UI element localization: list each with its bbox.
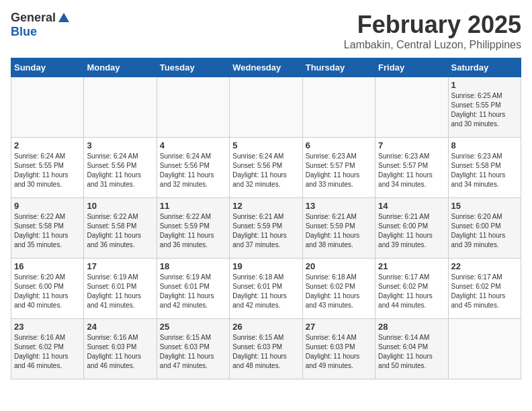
calendar-day-cell: 4 Sunrise: 6:24 AM Sunset: 5:56 PM Dayli… (157, 138, 229, 198)
month-title: February 2025 (344, 11, 521, 39)
day-info: Sunrise: 6:14 AM Sunset: 6:04 PM Dayligh… (378, 333, 445, 371)
day-number: 8 (451, 140, 518, 150)
calendar-week-row: 2 Sunrise: 6:24 AM Sunset: 5:55 PM Dayli… (11, 138, 521, 198)
calendar-week-row: 16 Sunrise: 6:20 AM Sunset: 6:00 PM Dayl… (11, 259, 521, 319)
title-section: February 2025 Lambakin, Central Luzon, P… (344, 11, 521, 51)
calendar-day-cell: 25 Sunrise: 6:15 AM Sunset: 6:03 PM Dayl… (157, 319, 229, 379)
calendar-day-cell: 6 Sunrise: 6:23 AM Sunset: 5:57 PM Dayli… (302, 138, 375, 198)
calendar-day-cell: 26 Sunrise: 6:15 AM Sunset: 6:03 PM Dayl… (230, 319, 302, 379)
calendar-day-cell: 18 Sunrise: 6:19 AM Sunset: 6:01 PM Dayl… (157, 259, 229, 319)
logo-general-text: General (11, 11, 56, 25)
calendar-day-cell: 7 Sunrise: 6:23 AM Sunset: 5:57 PM Dayli… (375, 138, 448, 198)
calendar-header-wednesday: Wednesday (230, 58, 302, 77)
calendar-header-row: SundayMondayTuesdayWednesdayThursdayFrid… (11, 58, 521, 77)
day-number: 11 (160, 201, 226, 211)
calendar-header-monday: Monday (84, 58, 157, 77)
day-number: 18 (160, 261, 226, 271)
calendar-day-cell: 23 Sunrise: 6:16 AM Sunset: 6:02 PM Dayl… (11, 319, 84, 379)
calendar-day-cell: 14 Sunrise: 6:21 AM Sunset: 6:00 PM Dayl… (375, 198, 448, 259)
day-info: Sunrise: 6:21 AM Sunset: 5:59 PM Dayligh… (306, 212, 372, 250)
day-info: Sunrise: 6:24 AM Sunset: 5:55 PM Dayligh… (14, 152, 81, 189)
calendar-header-saturday: Saturday (448, 58, 521, 77)
day-info: Sunrise: 6:24 AM Sunset: 5:56 PM Dayligh… (87, 152, 153, 189)
day-number: 14 (378, 201, 445, 211)
day-info: Sunrise: 6:20 AM Sunset: 6:00 PM Dayligh… (14, 273, 81, 310)
day-number: 23 (14, 322, 81, 332)
day-number: 12 (232, 201, 299, 211)
day-number: 26 (232, 322, 299, 332)
day-info: Sunrise: 6:21 AM Sunset: 5:59 PM Dayligh… (232, 212, 299, 250)
calendar-day-cell: 28 Sunrise: 6:14 AM Sunset: 6:04 PM Dayl… (375, 319, 448, 379)
day-number: 6 (306, 140, 372, 150)
day-number: 4 (160, 140, 226, 150)
logo-blue-text: Blue (11, 25, 37, 39)
calendar-day-cell: 15 Sunrise: 6:20 AM Sunset: 6:00 PM Dayl… (448, 198, 521, 259)
day-number: 27 (306, 322, 372, 332)
calendar-day-cell: 24 Sunrise: 6:16 AM Sunset: 6:03 PM Dayl… (84, 319, 157, 379)
day-info: Sunrise: 6:15 AM Sunset: 6:03 PM Dayligh… (232, 333, 299, 371)
day-info: Sunrise: 6:19 AM Sunset: 6:01 PM Dayligh… (87, 273, 153, 310)
day-number: 24 (87, 322, 153, 332)
day-info: Sunrise: 6:18 AM Sunset: 6:02 PM Dayligh… (306, 273, 372, 310)
day-number: 13 (306, 201, 372, 211)
calendar-table: SundayMondayTuesdayWednesdayThursdayFrid… (11, 58, 521, 379)
day-info: Sunrise: 6:23 AM Sunset: 5:57 PM Dayligh… (378, 152, 445, 189)
day-number: 21 (378, 261, 445, 271)
location-title: Lambakin, Central Luzon, Philippines (344, 39, 521, 51)
day-info: Sunrise: 6:24 AM Sunset: 5:56 PM Dayligh… (232, 152, 299, 189)
calendar-day-cell (84, 77, 157, 138)
day-info: Sunrise: 6:23 AM Sunset: 5:57 PM Dayligh… (306, 152, 372, 189)
calendar-day-cell: 5 Sunrise: 6:24 AM Sunset: 5:56 PM Dayli… (230, 138, 302, 198)
calendar-day-cell (448, 319, 521, 379)
day-info: Sunrise: 6:17 AM Sunset: 6:02 PM Dayligh… (378, 273, 445, 310)
day-info: Sunrise: 6:23 AM Sunset: 5:58 PM Dayligh… (451, 152, 518, 189)
calendar-day-cell: 27 Sunrise: 6:14 AM Sunset: 6:03 PM Dayl… (302, 319, 375, 379)
calendar-header-friday: Friday (375, 58, 448, 77)
day-info: Sunrise: 6:16 AM Sunset: 6:02 PM Dayligh… (14, 333, 81, 371)
day-number: 10 (87, 201, 153, 211)
day-number: 3 (87, 140, 153, 150)
calendar-day-cell: 16 Sunrise: 6:20 AM Sunset: 6:00 PM Dayl… (11, 259, 84, 319)
calendar-week-row: 23 Sunrise: 6:16 AM Sunset: 6:02 PM Dayl… (11, 319, 521, 379)
day-number: 19 (232, 261, 299, 271)
calendar-day-cell: 20 Sunrise: 6:18 AM Sunset: 6:02 PM Dayl… (302, 259, 375, 319)
calendar-day-cell: 21 Sunrise: 6:17 AM Sunset: 6:02 PM Dayl… (375, 259, 448, 319)
day-number: 9 (14, 201, 81, 211)
day-number: 22 (451, 261, 518, 271)
calendar-day-cell (157, 77, 229, 138)
day-number: 15 (451, 201, 518, 211)
calendar-day-cell: 2 Sunrise: 6:24 AM Sunset: 5:55 PM Dayli… (11, 138, 84, 198)
calendar-day-cell: 9 Sunrise: 6:22 AM Sunset: 5:58 PM Dayli… (11, 198, 84, 259)
day-number: 20 (306, 261, 372, 271)
calendar-day-cell: 8 Sunrise: 6:23 AM Sunset: 5:58 PM Dayli… (448, 138, 521, 198)
day-info: Sunrise: 6:25 AM Sunset: 5:55 PM Dayligh… (451, 91, 518, 129)
logo-triangle-icon (58, 13, 69, 22)
day-info: Sunrise: 6:22 AM Sunset: 5:58 PM Dayligh… (87, 212, 153, 250)
day-number: 1 (451, 80, 518, 90)
day-info: Sunrise: 6:16 AM Sunset: 6:03 PM Dayligh… (87, 333, 153, 371)
calendar-week-row: 9 Sunrise: 6:22 AM Sunset: 5:58 PM Dayli… (11, 198, 521, 259)
calendar-day-cell: 13 Sunrise: 6:21 AM Sunset: 5:59 PM Dayl… (302, 198, 375, 259)
day-number: 2 (14, 140, 81, 150)
calendar-header-sunday: Sunday (11, 58, 84, 77)
calendar-day-cell: 12 Sunrise: 6:21 AM Sunset: 5:59 PM Dayl… (230, 198, 302, 259)
day-info: Sunrise: 6:22 AM Sunset: 5:59 PM Dayligh… (160, 212, 226, 250)
calendar-header-thursday: Thursday (302, 58, 375, 77)
calendar-week-row: 1 Sunrise: 6:25 AM Sunset: 5:55 PM Dayli… (11, 77, 521, 138)
day-info: Sunrise: 6:20 AM Sunset: 6:00 PM Dayligh… (451, 212, 518, 250)
day-number: 5 (232, 140, 299, 150)
day-number: 16 (14, 261, 81, 271)
day-number: 28 (378, 322, 445, 332)
day-info: Sunrise: 6:17 AM Sunset: 6:02 PM Dayligh… (451, 273, 518, 310)
day-number: 17 (87, 261, 153, 271)
day-info: Sunrise: 6:14 AM Sunset: 6:03 PM Dayligh… (306, 333, 372, 371)
calendar-day-cell: 17 Sunrise: 6:19 AM Sunset: 6:01 PM Dayl… (84, 259, 157, 319)
day-info: Sunrise: 6:19 AM Sunset: 6:01 PM Dayligh… (160, 273, 226, 310)
calendar-day-cell (375, 77, 448, 138)
day-info: Sunrise: 6:22 AM Sunset: 5:58 PM Dayligh… (14, 212, 81, 250)
day-number: 7 (378, 140, 445, 150)
day-info: Sunrise: 6:18 AM Sunset: 6:01 PM Dayligh… (232, 273, 299, 310)
calendar-day-cell: 11 Sunrise: 6:22 AM Sunset: 5:59 PM Dayl… (157, 198, 229, 259)
day-info: Sunrise: 6:21 AM Sunset: 6:00 PM Dayligh… (378, 212, 445, 250)
page-header: General Blue February 2025 Lambakin, Cen… (11, 11, 521, 51)
